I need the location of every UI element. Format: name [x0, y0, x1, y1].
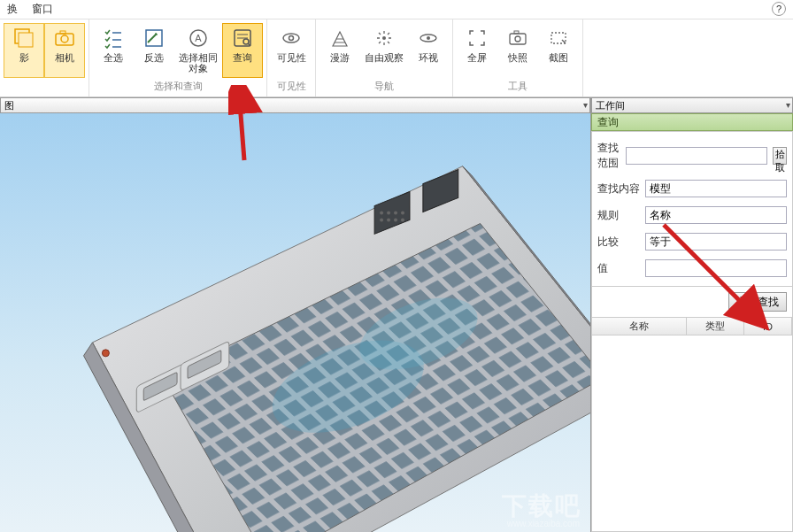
- svg-point-22: [427, 36, 430, 40]
- svg-point-20: [382, 36, 386, 40]
- svg-point-40: [380, 212, 383, 215]
- svg-point-45: [387, 218, 390, 221]
- pick-button[interactable]: 拾取: [773, 147, 787, 165]
- orbit-button[interactable]: 环视: [408, 23, 449, 78]
- invert-select-button[interactable]: 反选: [134, 23, 174, 78]
- capture-icon: [546, 26, 571, 50]
- invert-icon: [142, 26, 166, 50]
- camera-icon: [52, 26, 77, 50]
- svg-line-53: [664, 225, 754, 315]
- content-label: 查找内容: [597, 181, 640, 197]
- free-look-button[interactable]: 自由观察: [360, 23, 408, 78]
- workspace-panel-header[interactable]: 工作间 ▾: [591, 97, 793, 113]
- svg-rect-25: [514, 31, 519, 34]
- svg-rect-1: [19, 33, 33, 47]
- group-label: 导航: [320, 78, 449, 96]
- checklist-icon: [101, 26, 126, 50]
- svg-rect-4: [60, 31, 65, 34]
- query-panel-subheader: 查询: [591, 113, 793, 131]
- svg-point-49: [102, 350, 109, 357]
- help-icon[interactable]: ?: [772, 2, 786, 16]
- compare-label: 比较: [597, 235, 640, 250]
- svg-point-3: [61, 35, 68, 42]
- svg-point-24: [515, 36, 520, 42]
- watermark-url: www.xiazaiba.com: [507, 519, 580, 528]
- scope-label: 查找范围: [597, 141, 620, 171]
- group-label: [4, 91, 85, 96]
- query-button[interactable]: 查询: [222, 23, 263, 78]
- value-label: 值: [597, 261, 640, 276]
- annotation-arrow-1: [228, 85, 264, 165]
- svg-rect-23: [510, 34, 526, 44]
- result-table: 名称 类型 ID: [591, 317, 793, 532]
- viewport-title-text: 图: [4, 99, 14, 112]
- svg-point-42: [394, 212, 397, 215]
- eye-icon: [279, 26, 304, 50]
- shadow-icon: [12, 26, 36, 50]
- query-icon: [230, 26, 255, 50]
- content-input[interactable]: [645, 180, 787, 197]
- svg-point-44: [380, 218, 383, 221]
- svg-point-46: [394, 218, 397, 221]
- snapshot-icon: [505, 26, 530, 50]
- annotation-arrow-2: [655, 216, 770, 331]
- menu-item-window[interactable]: 窗口: [32, 2, 53, 17]
- fullscreen-button[interactable]: 全屏: [457, 23, 497, 78]
- group-label: 工具: [457, 78, 579, 96]
- svg-point-16: [283, 34, 299, 42]
- visibility-button[interactable]: 可见性: [271, 23, 312, 78]
- select-same-icon: A: [186, 26, 211, 50]
- walk-button[interactable]: 漫游: [320, 23, 360, 78]
- scope-input[interactable]: [626, 147, 767, 165]
- menu-item-swap[interactable]: 换: [7, 2, 18, 17]
- svg-point-17: [289, 36, 294, 41]
- svg-rect-8: [146, 30, 162, 46]
- 3d-model: [0, 113, 590, 532]
- camera-button[interactable]: 相机: [44, 23, 85, 78]
- svg-line-51: [239, 92, 244, 160]
- svg-point-43: [401, 212, 404, 215]
- walk-icon: [327, 26, 352, 50]
- orbit-icon: [416, 26, 441, 50]
- snapshot-button[interactable]: 快照: [497, 23, 538, 78]
- dropdown-icon[interactable]: ▾: [583, 100, 588, 110]
- capture-button[interactable]: 截图: [538, 23, 579, 78]
- free-look-icon: [372, 26, 396, 50]
- 3d-viewport[interactable]: 下载吧 www.xiazaiba.com: [0, 113, 590, 532]
- svg-point-41: [387, 212, 390, 215]
- svg-text:A: A: [195, 33, 202, 43]
- select-same-button[interactable]: A 选择相同对象: [174, 23, 222, 78]
- select-all-button[interactable]: 全选: [93, 23, 134, 78]
- dropdown-icon[interactable]: ▾: [786, 100, 790, 110]
- shadow-button[interactable]: 影: [4, 23, 44, 78]
- svg-point-47: [401, 218, 404, 221]
- group-label: 可见性: [271, 78, 312, 96]
- rule-label: 规则: [597, 208, 640, 223]
- panel-title: 工作间: [596, 99, 625, 112]
- fullscreen-icon: [465, 26, 489, 50]
- viewport-title-bar[interactable]: 图 ▾: [0, 97, 590, 113]
